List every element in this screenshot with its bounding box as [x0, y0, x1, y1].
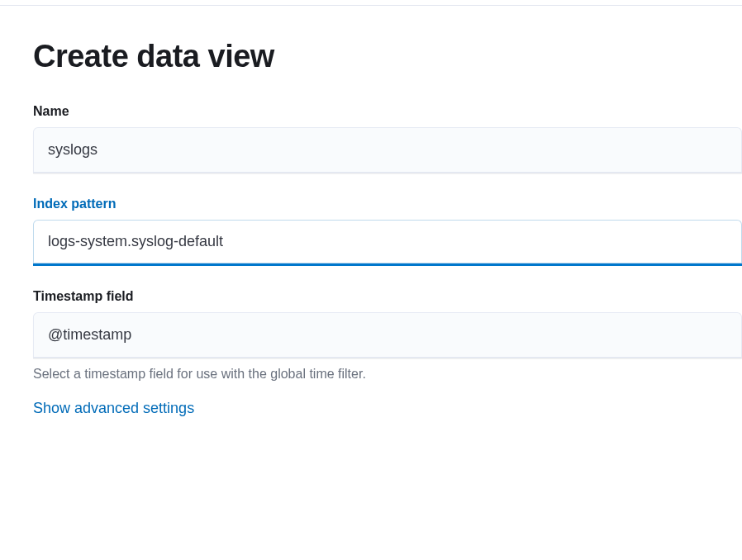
name-row: Name — [33, 104, 742, 173]
index-pattern-row: Index pattern — [33, 197, 742, 266]
name-label: Name — [33, 104, 742, 119]
timestamp-select[interactable]: @timestamp — [33, 312, 742, 358]
timestamp-label: Timestamp field — [33, 289, 742, 304]
index-pattern-input[interactable] — [33, 220, 742, 266]
timestamp-help-text: Select a timestamp field for use with th… — [33, 367, 742, 382]
form-container: Create data view Name Index pattern Time… — [0, 6, 742, 417]
index-pattern-label: Index pattern — [33, 197, 742, 211]
timestamp-selected-value: @timestamp — [48, 326, 131, 344]
timestamp-row: Timestamp field @timestamp Select a time… — [33, 289, 742, 382]
name-input[interactable] — [33, 127, 742, 173]
page-title: Create data view — [33, 39, 742, 74]
show-advanced-settings-link[interactable]: Show advanced settings — [33, 400, 194, 417]
